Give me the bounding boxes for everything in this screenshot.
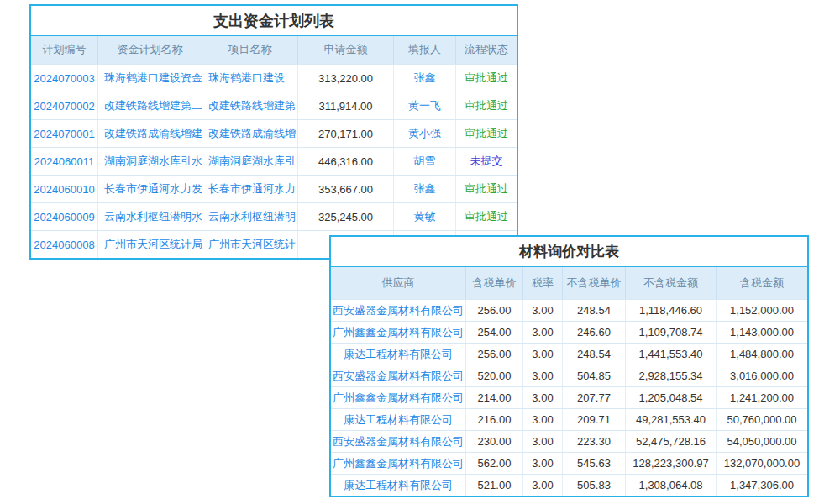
inquiry-table-title: 材料询价对比表 (331, 237, 807, 267)
inquiry-table-header: 供应商 含税单价 税率 不含税单价 不含税金额 含税金额 (331, 267, 807, 299)
status-badge: 审批通过 (456, 203, 517, 230)
price-without-tax-cell: 248.54 (563, 344, 626, 365)
amount-cell: 325,245.00 (298, 203, 394, 230)
plan-no-link[interactable]: 2024070003 (31, 65, 98, 92)
fund-plan-name-link[interactable]: 云南水利枢纽潜明水... (98, 203, 202, 230)
supplier-link[interactable]: 西安盛器金属材料有限公司 (331, 431, 466, 452)
fund-plan-name-link[interactable]: 珠海鹤港口建设资金... (98, 65, 202, 92)
amount-with-tax-cell: 3,016,000.00 (717, 365, 807, 386)
status-badge: 审批通过 (456, 176, 517, 202)
plan-no-link[interactable]: 2024060010 (31, 176, 98, 202)
price-without-tax-cell: 223.30 (563, 431, 626, 452)
supplier-link[interactable]: 广州鑫鑫金属材料有限公司 (331, 322, 466, 343)
table-row: 广州鑫鑫金属材料有限公司 214.00 3.00 207.77 1,205,04… (331, 386, 807, 408)
table-row: 2024060011 湖南洞庭湖水库引水... 湖南洞庭湖水库引... 446,… (31, 147, 517, 175)
amount-with-tax-cell: 1,143,000.00 (717, 322, 807, 343)
reporter-cell: 黄敏 (394, 203, 456, 230)
plan-no-link[interactable]: 2024060009 (31, 203, 98, 230)
supplier-link[interactable]: 康达工程材料有限公司 (331, 344, 466, 365)
amount-cell: 311,914.00 (298, 92, 394, 119)
project-name-link[interactable]: 改建铁路线增建第... (202, 92, 298, 119)
table-row: 西安盛器金属材料有限公司 230.00 3.00 223.30 52,475,7… (331, 430, 807, 452)
amount-with-tax-cell: 132,070,000.00 (717, 453, 807, 474)
amount-with-tax-cell: 1,152,000.00 (717, 300, 807, 321)
table-row: 2024060010 长春市伊通河水力发... 长春市伊通河水力... 353,… (31, 175, 517, 202)
price-with-tax-cell: 521.00 (466, 475, 523, 496)
status-badge: 未提交 (456, 148, 517, 175)
table-row: 康达工程材料有限公司 521.00 3.00 505.83 1,308,064.… (331, 474, 807, 496)
amount-with-tax-cell: 1,241,200.00 (717, 387, 807, 408)
project-name-link[interactable]: 珠海鹤港口建设 (202, 65, 298, 92)
project-name-link[interactable]: 广州市天河区统计... (202, 231, 298, 258)
table-row: 2024060009 云南水利枢纽潜明水... 云南水利枢纽潜明... 325,… (31, 202, 517, 230)
fund-plan-name-link[interactable]: 广州市天河区统计局... (98, 231, 202, 258)
plan-no-link[interactable]: 2024070001 (31, 120, 98, 147)
fund-plan-name-link[interactable]: 长春市伊通河水力发... (98, 176, 202, 202)
col-header-reporter: 填报人 (394, 36, 456, 64)
expense-plan-table-card: 支出资金计划列表 计划编号 资金计划名称 项目名称 申请金额 填报人 流程状态 … (29, 4, 518, 260)
fund-plan-name-link[interactable]: 湖南洞庭湖水库引水... (98, 148, 202, 175)
reporter-cell: 张鑫 (394, 65, 456, 92)
project-name-link[interactable]: 改建铁路成渝线增... (202, 120, 298, 147)
amount-cell: 353,667.00 (298, 176, 394, 202)
supplier-link[interactable]: 西安盛器金属材料有限公司 (331, 300, 466, 321)
amount-without-tax-cell: 1,109,708.74 (626, 322, 717, 343)
price-without-tax-cell: 207.77 (563, 387, 626, 408)
tax-rate-cell: 3.00 (523, 300, 563, 321)
tax-rate-cell: 3.00 (523, 431, 563, 452)
supplier-link[interactable]: 康达工程材料有限公司 (331, 475, 466, 496)
amount-with-tax-cell: 1,347,306.00 (717, 475, 807, 496)
reporter-cell: 黄一飞 (394, 92, 456, 119)
col-header-fund-plan-name: 资金计划名称 (98, 36, 202, 64)
col-header-amount-without-tax: 不含税金额 (626, 267, 717, 299)
project-name-link[interactable]: 湖南洞庭湖水库引... (202, 148, 298, 175)
price-with-tax-cell: 520.00 (466, 365, 523, 386)
fund-plan-name-link[interactable]: 改建铁路线增建第二... (98, 92, 202, 119)
amount-cell: 313,220.00 (298, 65, 394, 92)
price-without-tax-cell: 209.71 (563, 409, 626, 430)
fund-plan-name-link[interactable]: 改建铁路成渝线增建... (98, 120, 202, 147)
material-inquiry-table-card: 材料询价对比表 供应商 含税单价 税率 不含税单价 不含税金额 含税金额 西安盛… (329, 235, 809, 497)
supplier-link[interactable]: 广州鑫鑫金属材料有限公司 (331, 453, 466, 474)
reporter-cell: 张鑫 (394, 176, 456, 202)
tax-rate-cell: 3.00 (523, 365, 563, 386)
col-header-status: 流程状态 (456, 36, 517, 64)
table-row: 广州鑫鑫金属材料有限公司 562.00 3.00 545.63 128,223,… (331, 452, 807, 474)
amount-cell: 446,316.00 (298, 148, 394, 175)
amount-without-tax-cell: 1,308,064.08 (626, 475, 717, 496)
expense-table-header: 计划编号 资金计划名称 项目名称 申请金额 填报人 流程状态 (31, 36, 517, 64)
supplier-link[interactable]: 康达工程材料有限公司 (331, 409, 466, 430)
amount-with-tax-cell: 54,050,000.00 (717, 431, 807, 452)
amount-without-tax-cell: 128,223,300.97 (626, 453, 717, 474)
project-name-link[interactable]: 云南水利枢纽潜明... (202, 203, 298, 230)
col-header-price-without-tax: 不含税单价 (563, 267, 626, 299)
plan-no-link[interactable]: 2024060011 (31, 148, 98, 175)
price-with-tax-cell: 214.00 (466, 387, 523, 408)
supplier-link[interactable]: 西安盛器金属材料有限公司 (331, 365, 466, 386)
tax-rate-cell: 3.00 (523, 387, 563, 408)
price-without-tax-cell: 246.60 (563, 322, 626, 343)
supplier-link[interactable]: 广州鑫鑫金属材料有限公司 (331, 387, 466, 408)
reporter-cell: 黄小强 (394, 120, 456, 147)
plan-no-link[interactable]: 2024060008 (31, 231, 98, 258)
table-row: 康达工程材料有限公司 256.00 3.00 248.54 1,441,553.… (331, 343, 807, 365)
tax-rate-cell: 3.00 (523, 475, 563, 496)
price-without-tax-cell: 248.54 (563, 300, 626, 321)
reporter-cell: 胡雪 (394, 148, 456, 175)
table-row: 康达工程材料有限公司 216.00 3.00 209.71 49,281,553… (331, 408, 807, 430)
plan-no-link[interactable]: 2024070002 (31, 92, 98, 119)
price-with-tax-cell: 254.00 (466, 322, 523, 343)
col-header-price-with-tax: 含税单价 (466, 267, 523, 299)
amount-with-tax-cell: 50,760,000.00 (717, 409, 807, 430)
col-header-amount: 申请金额 (298, 36, 394, 64)
project-name-link[interactable]: 长春市伊通河水力... (202, 176, 298, 202)
table-row: 西安盛器金属材料有限公司 520.00 3.00 504.85 2,928,15… (331, 365, 807, 386)
col-header-amount-with-tax: 含税金额 (717, 267, 807, 299)
price-with-tax-cell: 230.00 (466, 431, 523, 452)
tax-rate-cell: 3.00 (523, 453, 563, 474)
tax-rate-cell: 3.00 (523, 344, 563, 365)
amount-without-tax-cell: 1,441,553.40 (626, 344, 717, 365)
price-with-tax-cell: 216.00 (466, 409, 523, 430)
table-row: 2024070002 改建铁路线增建第二... 改建铁路线增建第... 311,… (31, 92, 517, 119)
col-header-supplier: 供应商 (331, 267, 466, 299)
